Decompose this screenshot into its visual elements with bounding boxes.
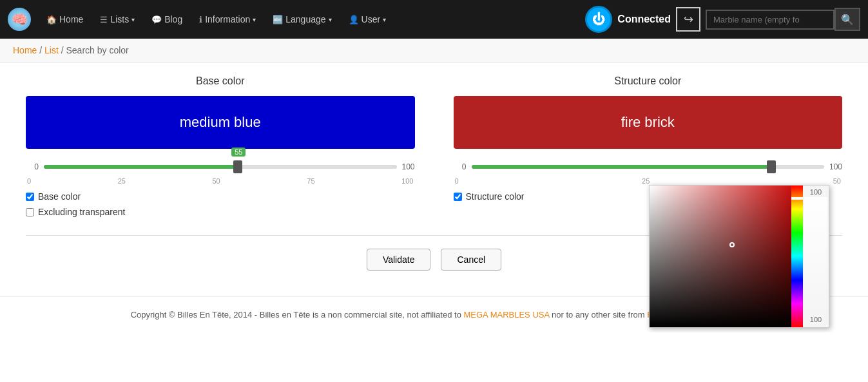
nav-blog[interactable]: 💬 Blog <box>145 10 189 28</box>
nav-blog-label: Blog <box>164 14 182 24</box>
nav-home-label: Home <box>59 14 83 24</box>
structure-color-swatch[interactable]: fire brick <box>454 96 843 149</box>
connected-button[interactable]: ⏻ Connected <box>585 6 671 33</box>
cancel-button[interactable]: Cancel <box>441 249 501 271</box>
blog-icon: 💬 <box>151 15 162 24</box>
nav-information-label: Information <box>205 14 250 24</box>
connected-section: ⏻ Connected ↪ 🔍 <box>585 6 860 33</box>
base-slider-badge: 55 <box>231 148 246 157</box>
nav-home[interactable]: 🏠 Home <box>40 10 90 28</box>
structure-slider-fill <box>472 165 771 169</box>
breadcrumb: Home / List / Search by color <box>0 39 868 62</box>
search-box: 🔍 <box>706 8 860 31</box>
excluding-transparent-checkbox[interactable] <box>26 208 34 216</box>
breadcrumb-home[interactable]: Home <box>13 45 37 55</box>
structure-slider-min: 0 <box>454 162 467 171</box>
validate-button[interactable]: Validate <box>367 249 431 271</box>
search-input[interactable] <box>706 10 834 30</box>
main-content: Base color medium blue 0 55 100 <box>0 62 868 283</box>
navbar: 🧠 🏠 Home ☰ Lists ▾ 💬 Blog ℹ Information … <box>0 0 868 39</box>
picker-cursor[interactable] <box>729 242 735 247</box>
base-color-checkbox[interactable] <box>26 193 34 201</box>
logout-button[interactable]: ↪ <box>676 7 700 32</box>
base-slider-min: 0 <box>26 162 39 171</box>
nav-lists-label: Lists <box>110 14 129 24</box>
power-icon: ⏻ <box>585 6 612 33</box>
base-slider-thumb[interactable] <box>233 160 242 173</box>
base-color-title: Base color <box>26 75 415 87</box>
nav-language-label: Language <box>285 14 325 24</box>
base-color-slider-section: 0 55 100 0 25 50 75 100 <box>26 159 415 185</box>
structure-slider-max: 100 <box>829 162 842 171</box>
structure-color-slider-section: 0 100 0 25 50 <box>454 159 843 185</box>
excluding-transparent-checkbox-row: Excluding transparent <box>26 207 415 217</box>
picker-right-bar[interactable] <box>804 197 827 316</box>
color-picker-popup: 100 100 <box>649 185 829 328</box>
breadcrumb-list[interactable]: List <box>44 45 59 55</box>
base-color-label: medium blue <box>180 114 261 130</box>
structure-color-title: Structure color <box>454 75 843 87</box>
base-slider-wrapper: 55 <box>44 159 397 175</box>
nav-user[interactable]: 👤 User ▾ <box>342 10 393 28</box>
base-slider-ticks: 0 25 50 75 100 <box>26 177 415 185</box>
base-slider-track <box>44 165 397 169</box>
brain-icon: 🧠 <box>8 8 31 31</box>
base-slider-fill <box>44 165 238 169</box>
structure-slider-row: 0 100 <box>454 159 843 175</box>
base-color-checkbox-row: Base color <box>26 191 415 202</box>
color-gradient-area[interactable] <box>650 186 791 327</box>
structure-color-label: fire brick <box>621 114 675 130</box>
language-icon: 🔤 <box>273 15 283 24</box>
structure-slider-wrapper <box>472 159 825 175</box>
structure-color-checkbox-label[interactable]: Structure color <box>466 191 525 202</box>
base-slider-row: 0 55 100 <box>26 159 415 175</box>
language-caret-icon: ▾ <box>329 16 332 23</box>
gradient-dark <box>650 186 791 327</box>
logout-icon: ↪ <box>684 12 693 26</box>
brand-logo: 🧠 <box>8 8 31 31</box>
lists-caret-icon: ▾ <box>131 16 135 23</box>
nav-language[interactable]: 🔤 Language ▾ <box>266 10 338 28</box>
picker-right-bottom-label: 100 <box>804 316 827 323</box>
breadcrumb-current: Search by color <box>66 45 129 55</box>
structure-color-checkbox[interactable] <box>454 193 462 201</box>
mega-marbles-link[interactable]: MEGA MARBLES USA <box>463 310 549 320</box>
user-icon: 👤 <box>349 15 359 24</box>
hue-slider[interactable] <box>791 197 803 200</box>
info-caret-icon: ▾ <box>253 16 256 23</box>
structure-slider-track <box>472 165 825 169</box>
nav-information[interactable]: ℹ Information ▾ <box>193 10 262 28</box>
search-icon: 🔍 <box>841 14 854 26</box>
footer-text-before: Copyright © Billes En Tête, 2014 - Bille… <box>131 310 464 320</box>
breadcrumb-sep-2: / <box>61 45 66 55</box>
nav-lists[interactable]: ☰ Lists ▾ <box>93 10 141 28</box>
lists-icon: ☰ <box>100 15 108 24</box>
structure-slider-thumb[interactable] <box>767 160 776 173</box>
breadcrumb-sep-1: / <box>39 45 44 55</box>
base-color-panel: Base color medium blue 0 55 100 <box>26 75 415 222</box>
picker-right-panel: 100 100 <box>803 186 829 327</box>
home-icon: 🏠 <box>46 15 57 24</box>
footer-text-middle: nor to any other site from <box>549 310 647 320</box>
excluding-transparent-label[interactable]: Excluding transparent <box>38 207 125 217</box>
picker-right-label: 100 <box>804 188 827 196</box>
info-icon: ℹ <box>199 15 202 24</box>
nav-user-label: User <box>362 14 381 24</box>
search-button[interactable]: 🔍 <box>834 8 860 31</box>
base-color-swatch[interactable]: medium blue <box>26 96 415 149</box>
connected-label: Connected <box>617 14 671 25</box>
user-caret-icon: ▾ <box>383 16 386 23</box>
base-color-checkbox-label[interactable]: Base color <box>38 191 81 202</box>
structure-slider-ticks: 0 25 50 <box>454 177 843 185</box>
base-slider-max: 100 <box>402 162 415 171</box>
hue-bar[interactable] <box>791 186 803 327</box>
